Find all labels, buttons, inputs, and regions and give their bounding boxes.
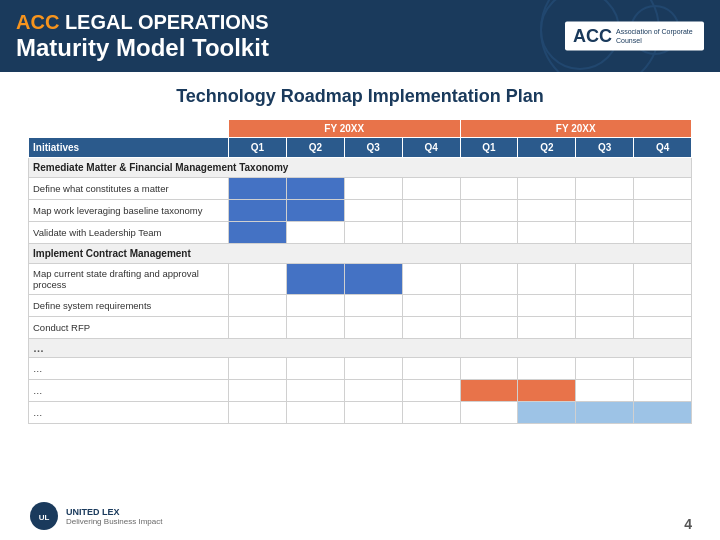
row-validate-q5: [460, 222, 518, 244]
fy2-label: FY 20XX: [460, 120, 692, 138]
row-define-matter-q4: [402, 178, 460, 200]
row-rfp-q3: [344, 317, 402, 339]
acc-logo-sub: Association of Corporate Counsel: [616, 28, 696, 45]
row-define-sys-q8: [634, 295, 692, 317]
row-map-state-q5: [460, 264, 518, 295]
row-extra3: …: [29, 402, 692, 424]
row-define-sys-q3: [344, 295, 402, 317]
row-define-sys: Define system requirements: [29, 295, 692, 317]
footer-logo-name: UNITED LEX: [66, 507, 162, 517]
row-dot: …: [29, 339, 692, 358]
col-q3-fy1: Q3: [344, 138, 402, 158]
row-define-sys-q6: [518, 295, 576, 317]
row-map-state-q6: [518, 264, 576, 295]
row-define-matter: Define what constitutes a matter: [29, 178, 692, 200]
row-define-matter-q8: [634, 178, 692, 200]
row-map-state-q7: [576, 264, 634, 295]
row-map-work-q8: [634, 200, 692, 222]
row-define-sys-q1: [229, 295, 287, 317]
row-validate-q6: [518, 222, 576, 244]
row-rfp-q4: [402, 317, 460, 339]
row-validate-q7: [576, 222, 634, 244]
row-rfp-q1: [229, 317, 287, 339]
footer-logo-tagline: Delivering Business Impact: [66, 517, 162, 526]
row-validate-q2: [286, 222, 344, 244]
fy-header-row: FY 20XX FY 20XX: [29, 120, 692, 138]
row-validate-q1: [229, 222, 287, 244]
section-implement-label: Implement Contract Management: [29, 244, 692, 264]
row-dot-label: …: [29, 339, 692, 358]
row-validate-q8: [634, 222, 692, 244]
row-define-matter-q5: [460, 178, 518, 200]
roadmap-table: FY 20XX FY 20XX Initiatives Q1 Q2 Q3 Q4 …: [28, 119, 692, 424]
footer-logo: UL UNITED LEX Delivering Business Impact: [28, 500, 162, 532]
row-define-matter-q6: [518, 178, 576, 200]
row-validate: Validate with Leadership Team: [29, 222, 692, 244]
row-map-state: Map current state drafting and approval …: [29, 264, 692, 295]
col-initiatives: Initiatives: [29, 138, 229, 158]
row-map-work-q1: [229, 200, 287, 222]
row-validate-q4: [402, 222, 460, 244]
row-map-work-q5: [460, 200, 518, 222]
row-rfp-label: Conduct RFP: [29, 317, 229, 339]
row-define-sys-q5: [460, 295, 518, 317]
footer-logo-text-block: UNITED LEX Delivering Business Impact: [66, 507, 162, 526]
row-rfp-q8: [634, 317, 692, 339]
row-validate-label: Validate with Leadership Team: [29, 222, 229, 244]
row-define-matter-label: Define what constitutes a matter: [29, 178, 229, 200]
legal-ops-text: LEGAL OPERATIONS: [65, 11, 269, 33]
row-rfp-q2: [286, 317, 344, 339]
row-extra1: …: [29, 358, 692, 380]
row-map-work: Map work leveraging baseline taxonomy: [29, 200, 692, 222]
row-extra2-label: …: [29, 380, 229, 402]
row-define-sys-q4: [402, 295, 460, 317]
col-q2-fy2: Q2: [518, 138, 576, 158]
row-map-state-q1: [229, 264, 287, 295]
row-rfp: Conduct RFP: [29, 317, 692, 339]
col-q1-fy2: Q1: [460, 138, 518, 158]
section-implement: Implement Contract Management: [29, 244, 692, 264]
row-map-work-q2: [286, 200, 344, 222]
footer: UL UNITED LEX Delivering Business Impact…: [0, 500, 720, 532]
col-q1-fy1: Q1: [229, 138, 287, 158]
row-define-sys-q2: [286, 295, 344, 317]
row-define-matter-q7: [576, 178, 634, 200]
row-extra3-label: …: [29, 402, 229, 424]
row-map-work-q6: [518, 200, 576, 222]
main-content: Technology Roadmap Implementation Plan F…: [0, 72, 720, 434]
row-map-work-q3: [344, 200, 402, 222]
footer-page-number: 4: [684, 516, 692, 532]
unitedlex-logo-icon: UL: [28, 500, 60, 532]
row-validate-q3: [344, 222, 402, 244]
row-rfp-q7: [576, 317, 634, 339]
row-extra2: …: [29, 380, 692, 402]
col-q2-fy1: Q2: [286, 138, 344, 158]
fy1-label: FY 20XX: [229, 120, 461, 138]
row-extra1-label: …: [29, 358, 229, 380]
section-remediate: Remediate Matter & Financial Management …: [29, 158, 692, 178]
header: ACC LEGAL OPERATIONS Maturity Model Tool…: [0, 0, 720, 72]
row-rfp-q5: [460, 317, 518, 339]
col-header-row: Initiatives Q1 Q2 Q3 Q4 Q1 Q2 Q3 Q4: [29, 138, 692, 158]
row-map-state-q4: [402, 264, 460, 295]
col-q3-fy2: Q3: [576, 138, 634, 158]
row-map-work-q7: [576, 200, 634, 222]
col-q4-fy2: Q4: [634, 138, 692, 158]
header-acc-line: ACC LEGAL OPERATIONS: [16, 11, 269, 34]
acc-logo-text: ACC: [573, 26, 612, 47]
row-map-state-q3: [344, 264, 402, 295]
acc-logo: ACC Association of Corporate Counsel: [565, 22, 704, 51]
row-define-sys-q7: [576, 295, 634, 317]
row-map-state-q2: [286, 264, 344, 295]
section-remediate-label: Remediate Matter & Financial Management …: [29, 158, 692, 178]
row-define-matter-q1: [229, 178, 287, 200]
header-title-block: ACC LEGAL OPERATIONS Maturity Model Tool…: [16, 11, 269, 62]
row-map-state-label: Map current state drafting and approval …: [29, 264, 229, 295]
row-rfp-q6: [518, 317, 576, 339]
row-map-work-label: Map work leveraging baseline taxonomy: [29, 200, 229, 222]
row-map-work-q4: [402, 200, 460, 222]
svg-text:UL: UL: [39, 513, 50, 522]
acc-text: ACC: [16, 11, 59, 33]
row-map-state-q8: [634, 264, 692, 295]
page-title: Technology Roadmap Implementation Plan: [28, 86, 692, 107]
